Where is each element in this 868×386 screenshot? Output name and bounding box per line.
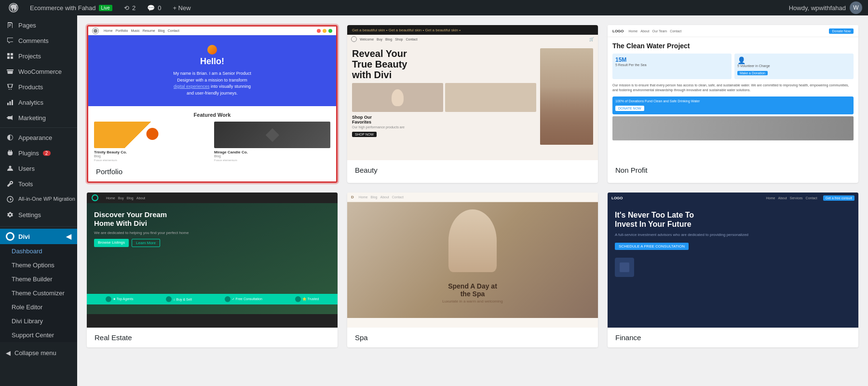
settings-label: Settings bbox=[18, 211, 41, 219]
appearance-label: Appearance bbox=[18, 134, 52, 141]
portfolio-hero: Hello! My name is Brian. I am a Senior P… bbox=[88, 35, 336, 106]
theme-card-real-estate[interactable]: Home Buy Blog About Discover Your DreamH… bbox=[87, 193, 338, 347]
sidebar-item-theme-options[interactable]: Theme Options bbox=[0, 258, 77, 272]
appearance-icon bbox=[6, 133, 14, 142]
pages-label: Pages bbox=[18, 22, 36, 29]
sidebar-item-role-editor[interactable]: Role Editor bbox=[0, 300, 77, 314]
role-editor-label: Role Editor bbox=[12, 303, 42, 311]
site-name-button[interactable]: Ecommerce with Fahad Live bbox=[27, 4, 115, 12]
pages-icon bbox=[6, 21, 14, 29]
sidebar-item-projects[interactable]: Projects bbox=[0, 48, 77, 64]
theme-customizer-label: Theme Customizer bbox=[12, 290, 65, 297]
theme-card-portfolio[interactable]: Home Portfolio Music Resume Blog Contact bbox=[87, 25, 338, 183]
theme-builder-label: Theme Builder bbox=[12, 276, 53, 283]
collapse-menu-button[interactable]: ◀ Collapse menu bbox=[0, 346, 77, 360]
portfolio-work: Featured Work Trinity Beauty Co. Blog Fu… bbox=[88, 106, 336, 162]
dashboard-label: Dashboard bbox=[12, 248, 42, 255]
theme-card-finance[interactable]: LOGO Home About Services Contact Get a f… bbox=[608, 193, 858, 347]
admin-bar: Ecommerce with Fahad Live ⟲ 2 💬 0 + New … bbox=[0, 0, 868, 15]
svg-rect-12 bbox=[11, 150, 12, 152]
collapse-icon: ◀ bbox=[6, 349, 11, 357]
sidebar-item-all-in-one[interactable]: All-in-One WP Migration bbox=[0, 192, 77, 207]
sidebar-item-settings[interactable]: Settings bbox=[0, 207, 77, 222]
non-profit-label: Non Profit bbox=[608, 160, 858, 180]
svg-rect-2 bbox=[11, 53, 13, 55]
sidebar-item-marketing[interactable]: Marketing bbox=[0, 110, 77, 125]
sidebar-item-dashboard[interactable]: Dashboard bbox=[0, 244, 77, 258]
sidebar-item-analytics[interactable]: Analytics bbox=[0, 95, 77, 110]
marketing-label: Marketing bbox=[18, 114, 46, 122]
theme-preview-real-estate: Home Buy Blog About Discover Your DreamH… bbox=[87, 193, 338, 328]
svg-rect-3 bbox=[7, 56, 10, 59]
sidebar-item-woocommerce[interactable]: WooCommerce bbox=[0, 64, 77, 79]
revisions-count: 2 bbox=[132, 4, 136, 12]
tools-icon bbox=[6, 179, 14, 188]
portfolio-nav: Home Portfolio Music Resume Blog Contact bbox=[104, 29, 179, 32]
divi-menu-header[interactable]: Divi ◀ bbox=[0, 229, 77, 244]
sidebar-item-theme-customizer[interactable]: Theme Customizer bbox=[0, 286, 77, 300]
theme-preview-non-profit: LOGO Home About Our Team Contact Donate … bbox=[608, 25, 858, 160]
theme-card-spa[interactable]: D Home Blog About Contact bbox=[347, 193, 598, 347]
content-area: Home Portfolio Music Resume Blog Contact bbox=[77, 15, 868, 386]
site-name-text: Ecommerce with Fahad bbox=[30, 4, 96, 12]
plugins-badge: 2 bbox=[43, 151, 51, 156]
sidebar-item-theme-builder[interactable]: Theme Builder bbox=[0, 272, 77, 286]
sidebar-item-tools[interactable]: Tools bbox=[0, 176, 77, 192]
divi-label: Divi bbox=[18, 233, 30, 240]
theme-preview-beauty: Get a beautiful skin • Get a beautiful s… bbox=[347, 25, 598, 160]
theme-preview-finance: LOGO Home About Services Contact Get a f… bbox=[608, 193, 858, 328]
plugins-label: Plugins bbox=[18, 150, 39, 157]
tools-label: Tools bbox=[18, 180, 33, 188]
live-badge: Live bbox=[99, 5, 112, 11]
comments-icon bbox=[6, 36, 14, 45]
sidebar-item-appearance[interactable]: Appearance bbox=[0, 130, 77, 145]
support-center-label: Support Center bbox=[12, 331, 54, 339]
theme-preview-spa: D Home Blog About Contact bbox=[347, 193, 598, 328]
new-label: + New bbox=[173, 4, 190, 12]
sidebar-item-comments[interactable]: Comments bbox=[0, 33, 77, 48]
svg-rect-4 bbox=[11, 56, 13, 59]
sidebar-item-products[interactable]: Products bbox=[0, 79, 77, 95]
wp-logo-button[interactable] bbox=[6, 3, 21, 13]
comments-label: Comments bbox=[18, 37, 49, 44]
svg-rect-11 bbox=[9, 150, 10, 152]
re-logo-icon bbox=[92, 194, 98, 201]
svg-rect-5 bbox=[7, 69, 14, 70]
portfolio-logo-icon bbox=[92, 28, 99, 34]
marketing-icon bbox=[6, 113, 14, 122]
real-estate-label: Real Estate bbox=[87, 328, 338, 347]
collapse-label: Collapse menu bbox=[14, 349, 56, 357]
finance-label: Finance bbox=[608, 328, 858, 347]
howdy-text: Howdy, wpwithfahad bbox=[789, 4, 846, 12]
woocommerce-label: WooCommerce bbox=[18, 68, 62, 75]
new-content-button[interactable]: + New bbox=[170, 4, 193, 12]
svg-point-6 bbox=[9, 89, 10, 90]
projects-icon bbox=[6, 52, 14, 60]
products-icon bbox=[6, 83, 14, 91]
sidebar-item-pages[interactable]: Pages bbox=[0, 17, 77, 33]
revisions-button[interactable]: ⟲ 2 bbox=[121, 4, 138, 12]
sidebar-item-plugins[interactable]: Plugins 2 bbox=[0, 145, 77, 161]
plugins-icon bbox=[6, 149, 14, 157]
comments-bubble-icon: 💬 bbox=[147, 4, 155, 12]
theme-card-beauty[interactable]: Get a beautiful skin • Get a beautiful s… bbox=[347, 25, 598, 183]
sidebar-item-support-center[interactable]: Support Center bbox=[0, 328, 77, 342]
theme-card-non-profit[interactable]: LOGO Home About Our Team Contact Donate … bbox=[608, 25, 858, 183]
sidebar-item-divi-library[interactable]: Divi Library bbox=[0, 314, 77, 328]
user-avatar[interactable]: W bbox=[850, 1, 862, 14]
beauty-label: Beauty bbox=[347, 160, 598, 180]
comments-button[interactable]: 💬 0 bbox=[144, 4, 164, 12]
theme-options-label: Theme Options bbox=[12, 262, 54, 269]
all-in-one-label: All-in-One WP Migration bbox=[18, 196, 75, 202]
svg-rect-10 bbox=[12, 100, 13, 105]
svg-point-7 bbox=[11, 89, 12, 90]
divi-library-label: Divi Library bbox=[12, 317, 43, 325]
users-icon bbox=[6, 164, 14, 173]
settings-icon bbox=[6, 210, 14, 219]
svg-rect-8 bbox=[7, 103, 9, 105]
projects-label: Projects bbox=[18, 53, 41, 60]
sidebar-item-users[interactable]: Users bbox=[0, 161, 77, 176]
themes-grid: Home Portfolio Music Resume Blog Contact bbox=[87, 25, 858, 347]
portfolio-label: Portfolio bbox=[88, 162, 336, 181]
migration-icon bbox=[6, 195, 14, 204]
